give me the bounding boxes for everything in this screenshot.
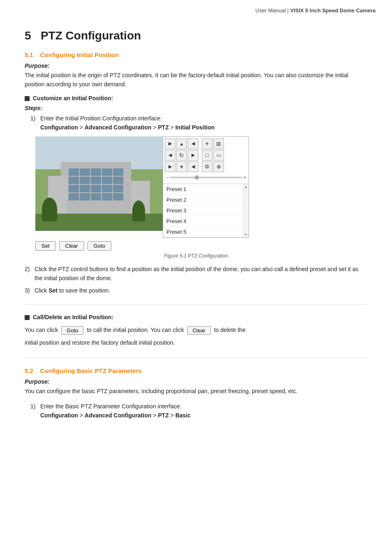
figure-51-caption: Figure 5-1 PTZ Configuration <box>25 253 367 259</box>
steps-label: Steps: <box>25 105 367 111</box>
ptz-playback-btn[interactable]: ▭ <box>213 150 224 161</box>
goto-button-fig[interactable]: Goto <box>88 241 111 251</box>
ptz-left-btn[interactable]: ◀ <box>165 150 175 161</box>
ptz-row-2: ◀ ↻ ▶ □ ▭ <box>165 150 247 161</box>
ptz-record-btn[interactable]: □ <box>202 150 212 161</box>
step-3-content: Click Set to save the position. <box>35 286 110 295</box>
ptz-all-controls: ▶ ▲ ◀ + ⊞ ◀ ↻ ▶ □ ▭ ▶ <box>163 137 249 184</box>
call-delete-label: Call/Delete an Initial Position: <box>33 314 113 320</box>
figure-51-buttons: Set Clear Goto <box>35 241 367 251</box>
steps-52-list: 1) Enter the Basic PTZ Parameter Configu… <box>30 402 367 420</box>
ptz-down-btn[interactable]: ▼ <box>176 161 187 172</box>
step-3-num: 3) <box>25 286 35 295</box>
chapter-number: 5 <box>25 29 31 42</box>
page-header: User Manual | VISIX 5 Inch Speed Dome Ca… <box>0 0 392 17</box>
divider-1 <box>25 304 367 305</box>
bullet-call-delete: Call/Delete an Initial Position: <box>25 314 367 320</box>
ptz-zoom-in-btn[interactable]: + <box>202 138 212 149</box>
call-delete-text: You can click Goto to call the initial p… <box>25 324 367 349</box>
bullet-square-icon <box>25 96 30 101</box>
scroll-down-arrow: ▼ <box>244 233 248 237</box>
purpose-text-52: You can configure the basic PTZ paramete… <box>25 387 367 396</box>
step-1-content: Enter the Initial Position Configuration… <box>40 114 214 132</box>
step-52-1-content: Enter the Basic PTZ Parameter Configurat… <box>40 402 191 420</box>
tree-1 <box>42 198 57 221</box>
ptz-down-right-btn[interactable]: ◀ <box>188 161 198 172</box>
steps-2-3-list: 2) Click the PTZ control buttons to find… <box>25 265 367 295</box>
ptz-row-1: ▶ ▲ ◀ + ⊞ <box>165 138 247 149</box>
header-brand: VISIX 5 Inch Speed Dome Camera <box>290 7 376 14</box>
ptz-slider-row: − + <box>165 173 247 182</box>
section-51-number: 5.1 <box>25 51 33 58</box>
ptz-row-3: ▶ ▼ ◀ ⚙ ⊕ <box>165 161 247 172</box>
scroll-up-arrow: ▲ <box>244 185 248 189</box>
ptz-zoom-slider[interactable] <box>169 177 242 178</box>
set-button[interactable]: Set <box>35 241 56 251</box>
step-3: 3) Click Set to save the position. <box>25 286 367 295</box>
ptz-control-panel: ▶ ▲ ◀ + ⊞ ◀ ↻ ▶ □ ▭ ▶ <box>163 136 249 238</box>
ptz-circle-btn[interactable]: ⊕ <box>213 161 224 172</box>
call-text-4: initial position and restore the factory… <box>25 339 175 346</box>
ptz-right-btn[interactable]: ▶ <box>188 150 198 161</box>
step-1-num: 1) <box>30 114 40 132</box>
header-prefix: User Manual <box>256 7 286 14</box>
windows-grid <box>67 167 125 210</box>
step-2: 2) Click the PTZ control buttons to find… <box>25 265 367 283</box>
steps-list: 1) Enter the Initial Position Configurat… <box>30 114 367 132</box>
main-content: 5 PTZ Configuration 5.1 Configuring Init… <box>0 17 392 440</box>
step-2-content: Click the PTZ control buttons to find a … <box>35 265 367 283</box>
divider-2 <box>25 358 367 358</box>
call-text-1: You can click <box>25 327 58 333</box>
preset-2[interactable]: Preset 2 <box>163 195 249 205</box>
ptz-up-left-btn[interactable]: ◀ <box>188 138 198 149</box>
bullet-customize-label: Customize an Initial Position: <box>33 95 113 101</box>
slider-minus-icon: − <box>166 175 168 180</box>
clear-inline-button[interactable]: Clear <box>187 326 211 335</box>
step-1: 1) Enter the Initial Position Configurat… <box>30 114 367 132</box>
purpose-label-52: Purpose: <box>25 378 367 385</box>
step-52-1-text: Enter the Basic PTZ Parameter Configurat… <box>40 403 181 410</box>
ptz-gear-btn[interactable]: ⚙ <box>202 161 212 172</box>
preset-5[interactable]: Preset 5 <box>163 227 249 237</box>
header-separator: | <box>287 7 290 14</box>
preset-scrollbar[interactable]: ▲ ▼ <box>243 184 249 237</box>
preset-list-container: Preset 1 Preset 2 Preset 3 Preset 4 Pres… <box>163 184 249 237</box>
slider-plus-icon: + <box>243 175 246 180</box>
preset-4[interactable]: Preset 4 <box>163 216 249 227</box>
ptz-up-btn[interactable]: ▲ <box>176 138 187 149</box>
step-52-1: 1) Enter the Basic PTZ Parameter Configu… <box>30 402 367 420</box>
purpose-text-51: The initial position is the origin of PT… <box>25 71 367 89</box>
ptz-grid-btn[interactable]: ⊞ <box>213 138 224 149</box>
preset-3[interactable]: Preset 3 <box>163 205 249 216</box>
section-52-number: 5.2 <box>25 367 33 374</box>
chapter-title: 5 PTZ Configuration <box>25 29 367 42</box>
figure-51-image <box>35 136 163 231</box>
step-52-1-nav: Configuration > Advanced Configuration >… <box>40 412 191 419</box>
purpose-label-51: Purpose: <box>25 62 367 69</box>
ptz-up-right-btn[interactable]: ▶ <box>165 138 175 149</box>
slider-thumb <box>195 175 199 180</box>
clear-button-fig[interactable]: Clear <box>59 241 84 251</box>
section-51-title: 5.1 Configuring Initial Position <box>25 51 367 58</box>
figure-51-container: ▶ ▲ ◀ + ⊞ ◀ ↻ ▶ □ ▭ ▶ <box>35 136 367 238</box>
step-1-nav: Configuration > Advanced Configuration >… <box>40 124 214 131</box>
goto-inline-button[interactable]: Goto <box>61 326 83 335</box>
section-52-label: Configuring Basic PTZ Parameters <box>40 367 142 374</box>
ptz-down-left-btn[interactable]: ▶ <box>165 161 175 172</box>
call-text-2: to call the initial position. You can cl… <box>87 327 184 333</box>
step-2-num: 2) <box>25 265 35 283</box>
section-52-title: 5.2 Configuring Basic PTZ Parameters <box>25 367 367 374</box>
step-1-text: Enter the Initial Position Configuration… <box>40 115 162 122</box>
preset-1[interactable]: Preset 1 <box>163 184 249 195</box>
step-52-1-num: 1) <box>30 402 40 420</box>
section-51-label: Configuring Initial Position <box>40 51 119 58</box>
chapter-title-text: PTZ Configuration <box>41 29 141 42</box>
ptz-rotate-btn[interactable]: ↻ <box>176 150 187 161</box>
tree-2 <box>132 200 145 221</box>
bullet-square-call-icon <box>25 315 30 320</box>
bullet-customize: Customize an Initial Position: <box>25 95 367 101</box>
call-text-3: to delete the <box>214 327 246 333</box>
